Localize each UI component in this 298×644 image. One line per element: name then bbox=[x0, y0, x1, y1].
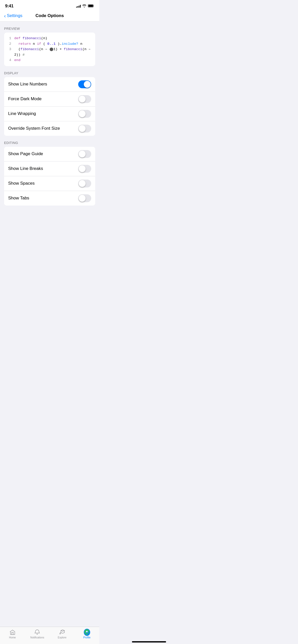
line-wrapping-label: Line Wrapping bbox=[8, 111, 36, 116]
code-line-1: 1 def fibonacci(n) bbox=[7, 36, 92, 41]
nav-bar: ‹ Settings Code Options bbox=[0, 11, 99, 22]
toggle-knob bbox=[79, 110, 86, 117]
preview-section-label: PREVIEW bbox=[0, 22, 99, 33]
toggle-knob bbox=[79, 151, 86, 157]
chevron-left-icon: ‹ bbox=[4, 13, 6, 18]
status-time: 9:41 bbox=[5, 4, 13, 9]
line-num-4: 4 bbox=[7, 57, 11, 63]
show-tabs-row: Show Tabs bbox=[4, 191, 95, 206]
show-spaces-row: Show Spaces bbox=[4, 176, 95, 191]
show-page-guide-row: Show Page Guide bbox=[4, 147, 95, 162]
display-section-label: DISPLAY bbox=[0, 66, 99, 77]
back-button[interactable]: ‹ Settings bbox=[4, 13, 22, 18]
show-spaces-toggle[interactable] bbox=[78, 180, 91, 187]
code-line-3: 3 (fibonacci(n – 1) + fibonacci(n – 2)) … bbox=[7, 47, 92, 57]
code-content-1: def fibonacci(n) bbox=[14, 36, 92, 41]
show-line-breaks-toggle[interactable] bbox=[78, 165, 91, 173]
back-label: Settings bbox=[7, 13, 22, 18]
line-wrapping-row: Line Wrapping bbox=[4, 107, 95, 121]
code-preview: 1 def fibonacci(n) 2 return n if ( 0..1 … bbox=[4, 33, 95, 66]
svg-rect-1 bbox=[88, 5, 93, 7]
override-font-size-label: Override System Font Size bbox=[8, 126, 60, 131]
code-line-2: 2 return n if ( 0..1 ).include? n bbox=[7, 41, 92, 47]
wifi-icon bbox=[82, 4, 86, 8]
code-content-3: (fibonacci(n – 1) + fibonacci(n – 2)) # bbox=[14, 47, 92, 57]
battery-icon bbox=[88, 4, 94, 8]
show-page-guide-label: Show Page Guide bbox=[8, 151, 43, 156]
override-font-size-row: Override System Font Size bbox=[4, 121, 95, 136]
force-dark-mode-row: Force Dark Mode bbox=[4, 92, 95, 107]
editing-section-label: EDITING bbox=[0, 136, 99, 147]
editing-section: Show Page Guide Show Line Breaks Show Sp… bbox=[0, 147, 99, 206]
status-bar: 9:41 bbox=[0, 0, 99, 11]
toggle-knob bbox=[79, 180, 86, 187]
page-title: Code Options bbox=[35, 13, 64, 18]
scroll-content: PREVIEW 1 def fibonacci(n) 2 return n if… bbox=[0, 22, 99, 226]
show-line-numbers-label: Show Line Numbers bbox=[8, 82, 47, 87]
display-section: Show Line Numbers Force Dark Mode Line W… bbox=[0, 77, 99, 136]
status-icons bbox=[76, 4, 94, 8]
show-spaces-label: Show Spaces bbox=[8, 181, 35, 186]
display-card: Show Line Numbers Force Dark Mode Line W… bbox=[4, 77, 95, 136]
line-num-3: 3 bbox=[7, 47, 11, 57]
show-tabs-toggle[interactable] bbox=[78, 194, 91, 202]
override-font-size-toggle[interactable] bbox=[78, 125, 91, 133]
show-page-guide-toggle[interactable] bbox=[78, 150, 91, 158]
toggle-knob bbox=[79, 195, 86, 202]
show-line-breaks-row: Show Line Breaks bbox=[4, 162, 95, 176]
toggle-knob bbox=[79, 125, 86, 132]
toggle-knob bbox=[79, 96, 86, 103]
toggle-knob bbox=[79, 165, 86, 172]
line-wrapping-toggle[interactable] bbox=[78, 110, 91, 118]
code-content-4: end bbox=[14, 57, 92, 63]
show-tabs-label: Show Tabs bbox=[8, 196, 29, 201]
toggle-knob bbox=[84, 81, 91, 88]
line-num-2: 2 bbox=[7, 41, 11, 47]
line-num-1: 1 bbox=[7, 36, 11, 41]
editing-card: Show Page Guide Show Line Breaks Show Sp… bbox=[4, 147, 95, 206]
show-line-numbers-row: Show Line Numbers bbox=[4, 77, 95, 92]
code-line-4: 4 end bbox=[7, 57, 92, 63]
show-line-breaks-label: Show Line Breaks bbox=[8, 166, 43, 171]
signal-icon bbox=[76, 5, 81, 8]
code-content-2: return n if ( 0..1 ).include? n bbox=[14, 41, 92, 47]
force-dark-mode-toggle[interactable] bbox=[78, 95, 91, 103]
force-dark-mode-label: Force Dark Mode bbox=[8, 96, 42, 101]
show-line-numbers-toggle[interactable] bbox=[78, 80, 91, 88]
